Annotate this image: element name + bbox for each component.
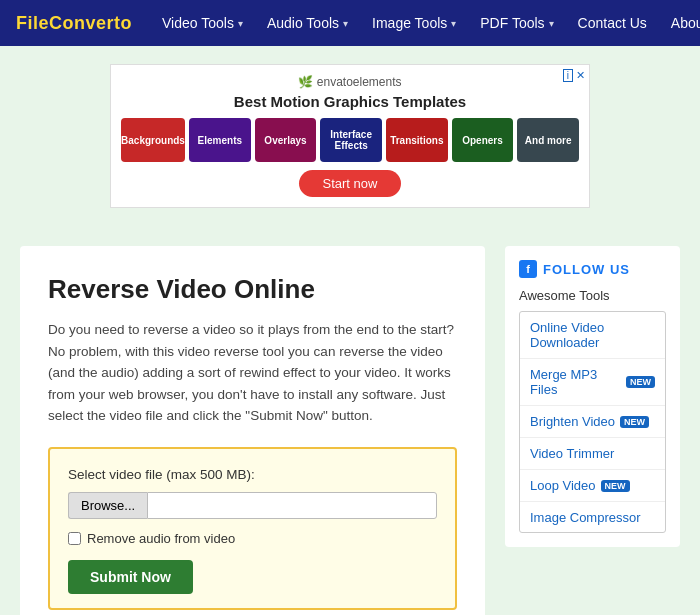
new-badge: NEW: [601, 480, 630, 492]
follow-title: FOLLOW US: [543, 262, 630, 277]
ad-items: Backgrounds Elements Overlays Interface …: [121, 118, 579, 162]
follow-box: f FOLLOW US Awesome Tools Online Video D…: [505, 246, 680, 547]
ad-item: Elements: [189, 118, 251, 162]
nav-audio-tools[interactable]: Audio Tools ▾: [257, 7, 358, 39]
brand-text-highlight: o: [121, 13, 133, 33]
page-description: Do you need to reverse a video so it pla…: [48, 319, 457, 427]
tool-item-brighten-video[interactable]: Brighten Video NEW: [520, 406, 665, 438]
ad-cta-button[interactable]: Start now: [299, 170, 402, 197]
browse-row: Browse...: [68, 492, 437, 519]
ad-item: Interface Effects: [320, 118, 382, 162]
remove-audio-checkbox[interactable]: [68, 532, 81, 545]
tools-list: Online Video Downloader Merge MP3 Files …: [519, 311, 666, 533]
main-container: Reverse Video Online Do you need to reve…: [0, 226, 700, 615]
navbar: FileConverto Video Tools ▾ Audio Tools ▾…: [0, 0, 700, 46]
ad-item: Openers: [452, 118, 514, 162]
chevron-down-icon: ▾: [238, 18, 243, 29]
upload-label: Select video file (max 500 MB):: [68, 467, 437, 482]
nav-contact-us[interactable]: Contact Us: [568, 7, 657, 39]
checkbox-row: Remove audio from video: [68, 531, 437, 546]
new-badge: NEW: [620, 416, 649, 428]
facebook-icon: f: [519, 260, 537, 278]
file-input[interactable]: [147, 492, 437, 519]
remove-audio-label: Remove audio from video: [87, 531, 235, 546]
brand-text-start: FileConvert: [16, 13, 121, 33]
submit-button[interactable]: Submit Now: [68, 560, 193, 594]
tool-item-loop-video[interactable]: Loop Video NEW: [520, 470, 665, 502]
ad-item: Transitions: [386, 118, 448, 162]
tool-item-image-compressor[interactable]: Image Compressor: [520, 502, 665, 532]
tool-item-merge-mp3[interactable]: Merge MP3 Files NEW: [520, 359, 665, 406]
chevron-down-icon: ▾: [549, 18, 554, 29]
tools-list-scroll: Online Video Downloader Merge MP3 Files …: [520, 312, 665, 532]
nav-about[interactable]: About: [661, 7, 700, 39]
ad-label: i: [563, 69, 573, 82]
brand-logo[interactable]: FileConverto: [16, 13, 132, 34]
nav-pdf-tools[interactable]: PDF Tools ▾: [470, 7, 563, 39]
chevron-down-icon: ▾: [451, 18, 456, 29]
chevron-down-icon: ▾: [343, 18, 348, 29]
nav-items: Video Tools ▾ Audio Tools ▾ Image Tools …: [152, 7, 700, 39]
page-title: Reverse Video Online: [48, 274, 457, 305]
sidebar: f FOLLOW US Awesome Tools Online Video D…: [505, 246, 680, 615]
ad-provider: 🌿 envatoelements: [121, 75, 579, 89]
tool-item-video-trimmer[interactable]: Video Trimmer: [520, 438, 665, 470]
ad-banner: i ✕ 🌿 envatoelements Best Motion Graphic…: [110, 64, 590, 208]
awesome-tools-label: Awesome Tools: [519, 288, 666, 303]
ad-item: Overlays: [255, 118, 317, 162]
close-icon[interactable]: ✕: [576, 69, 585, 82]
new-badge: NEW: [626, 376, 655, 388]
ad-item: And more: [517, 118, 579, 162]
content-card: Reverse Video Online Do you need to reve…: [20, 246, 485, 615]
tool-item-online-video-downloader[interactable]: Online Video Downloader: [520, 312, 665, 359]
follow-header: f FOLLOW US: [519, 260, 666, 278]
ad-title: Best Motion Graphics Templates: [121, 93, 579, 110]
browse-button[interactable]: Browse...: [68, 492, 147, 519]
nav-image-tools[interactable]: Image Tools ▾: [362, 7, 466, 39]
ad-item: Backgrounds: [121, 118, 185, 162]
upload-box: Select video file (max 500 MB): Browse..…: [48, 447, 457, 610]
nav-video-tools[interactable]: Video Tools ▾: [152, 7, 253, 39]
